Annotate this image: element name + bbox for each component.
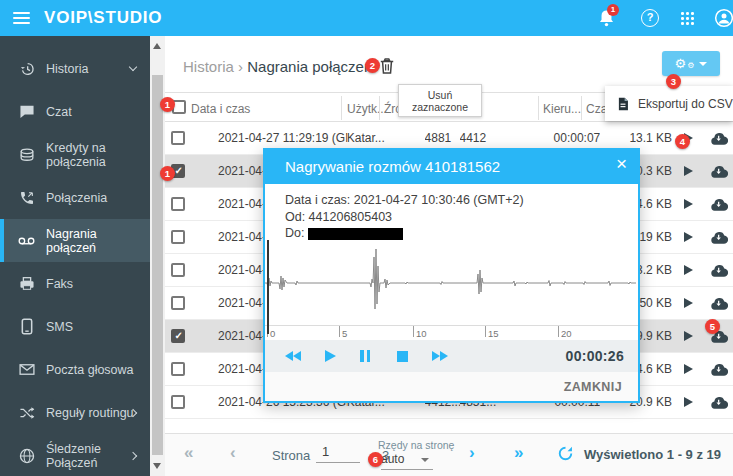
download-button[interactable]	[704, 395, 733, 409]
sidebar-item-label: Reguły routingu	[46, 406, 134, 420]
scroll-up-arrow[interactable]	[153, 43, 161, 49]
sidebar-item-label: Kredyty na połączenia	[46, 141, 150, 169]
page-input[interactable]	[316, 444, 360, 463]
hamburger-menu-icon[interactable]	[13, 12, 30, 24]
sidebar-item-sledzenie-polaczen[interactable]: Śledzenie Połączeń	[0, 434, 150, 476]
waveform[interactable]	[265, 240, 636, 325]
recording-modal: Nagrywanie rozmów 410181562 × Data i cza…	[263, 148, 640, 403]
breadcrumb-separator: ›	[238, 58, 243, 75]
download-button[interactable]	[704, 131, 733, 145]
sidebar-item-czat[interactable]: Czat	[0, 90, 150, 133]
download-button[interactable]	[704, 263, 733, 277]
globe-icon	[18, 447, 35, 464]
row-checkbox[interactable]	[171, 197, 185, 211]
waveform-timeline: 0 5 10 15 20	[265, 325, 638, 340]
account-button[interactable]	[714, 8, 733, 28]
play-button[interactable]	[325, 350, 336, 362]
rows-per-page-select[interactable]: auto	[381, 452, 433, 470]
last-page-button[interactable]: »	[514, 443, 523, 463]
sms-icon	[18, 318, 35, 335]
rewind-button[interactable]	[285, 351, 301, 361]
gear-icon: ⚙	[675, 57, 687, 70]
notification-badge: 1	[607, 4, 619, 16]
refresh-button[interactable]	[557, 445, 574, 462]
sidebar-item-historia[interactable]: Historia	[0, 47, 150, 90]
sidebar-item-kredyty[interactable]: Kredyty na połączenia	[0, 133, 150, 176]
sidebar-item-sms[interactable]: SMS	[0, 305, 150, 348]
fast-forward-button[interactable]	[432, 351, 448, 361]
app-window: VOIP\STUDIO 1 ? Histor	[0, 0, 733, 476]
cloud-download-icon	[709, 395, 728, 409]
play-button[interactable]	[684, 166, 693, 176]
cell-source: 4881	[425, 131, 460, 145]
settings-button[interactable]: ⚙ ⚙	[662, 51, 720, 76]
row-checkbox[interactable]	[171, 296, 185, 310]
download-button[interactable]	[704, 164, 733, 178]
elapsed-time: 00:00:26	[566, 348, 624, 364]
sidebar-item-reguly-routingu[interactable]: Reguły routingu	[0, 391, 150, 434]
play-button[interactable]	[684, 331, 693, 341]
cell-date: 2021-04-27 11:29:19 (GMT+2)	[192, 131, 347, 145]
play-button[interactable]	[684, 265, 693, 275]
first-page-button[interactable]: «	[184, 443, 193, 463]
page-label: Strona	[272, 448, 310, 463]
info-datetime: Data i czas: 2021-04-27 10:30:46 (GMT+2)	[285, 192, 524, 209]
sidebar-item-label: Faks	[46, 277, 73, 291]
sidebar-item-poczta-glosowa[interactable]: Poczta głosowa	[0, 348, 150, 391]
header-direction[interactable]: Kieru...	[543, 102, 581, 116]
play-button[interactable]	[684, 397, 693, 407]
cloud-download-icon	[709, 164, 728, 178]
file-icon	[617, 97, 629, 111]
cloud-download-icon	[709, 230, 728, 244]
header-date[interactable]: Data i czas	[191, 102, 250, 116]
sidebar-item-nagrania-polaczen[interactable]: Nagrania połączeń	[0, 219, 150, 262]
next-page-button[interactable]: ›	[469, 443, 475, 463]
annotation-1b: 1	[160, 166, 175, 181]
scrollbar-thumb[interactable]	[152, 75, 163, 455]
breadcrumb-parent[interactable]: Historia	[183, 58, 234, 75]
sidebar: Historia Czat Kredyty na połączenia Połą…	[0, 36, 150, 476]
download-button[interactable]	[704, 296, 733, 310]
row-checkbox[interactable]	[171, 395, 185, 409]
play-button[interactable]	[684, 232, 693, 242]
apps-grid-icon[interactable]	[681, 12, 693, 24]
help-button[interactable]: ?	[641, 9, 659, 27]
close-icon[interactable]: ×	[616, 153, 627, 175]
pause-button[interactable]	[360, 350, 373, 362]
play-button[interactable]	[684, 199, 693, 209]
row-checkbox[interactable]	[171, 263, 185, 277]
cell-destination: 4412	[460, 131, 545, 145]
player-controls: 00:00:26	[265, 340, 638, 372]
sidebar-item-faks[interactable]: Faks	[0, 262, 150, 305]
recording-info: Data i czas: 2021-04-27 10:30:46 (GMT+2)…	[285, 192, 524, 242]
playback-cursor[interactable]	[267, 240, 269, 334]
row-checkbox[interactable]	[171, 329, 185, 343]
sidebar-item-label: Nagrania połączeń	[46, 227, 150, 255]
download-button[interactable]	[704, 197, 733, 211]
top-bar: VOIP\STUDIO 1 ?	[0, 0, 733, 36]
prev-page-button[interactable]: ‹	[230, 443, 236, 463]
shuffle-icon	[18, 404, 35, 421]
row-checkbox[interactable]	[171, 131, 185, 145]
export-csv-menu-item[interactable]: Eksportuj do CSV	[605, 86, 733, 121]
scroll-down-arrow[interactable]	[153, 463, 161, 469]
row-checkbox[interactable]	[171, 230, 185, 244]
play-button[interactable]	[684, 364, 693, 374]
close-modal-button[interactable]: ZAMKNIJ	[564, 380, 622, 394]
stop-button[interactable]	[397, 351, 408, 362]
delete-selected-button[interactable]	[379, 57, 396, 76]
account-icon	[714, 8, 733, 28]
sidebar-item-label: Czat	[46, 105, 72, 119]
play-button[interactable]	[684, 298, 693, 308]
cloud-download-icon	[709, 263, 728, 277]
download-button[interactable]	[704, 230, 733, 244]
header-user[interactable]: Użytk...	[347, 102, 387, 116]
sidebar-item-label: Historia	[46, 62, 88, 76]
download-button[interactable]	[704, 362, 733, 376]
row-checkbox[interactable]	[171, 362, 185, 376]
sidebar-item-label: SMS	[46, 320, 73, 334]
info-from: Od: 441206805403	[285, 209, 524, 226]
annotation-5: 5	[705, 319, 720, 334]
sidebar-item-polaczenia[interactable]: Połączenia	[0, 176, 150, 219]
notifications-button[interactable]: 1	[598, 8, 618, 28]
